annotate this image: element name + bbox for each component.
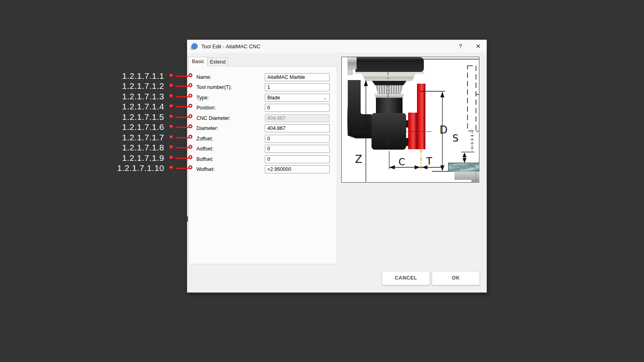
annotation-row-10: 1.2.1.7.1.10 [0, 163, 201, 174]
tool-number-input[interactable] [265, 83, 330, 91]
annotation-label: 1.2.1.7.1.10 [0, 163, 164, 173]
position-input[interactable] [265, 104, 330, 112]
annotation-label: 1.2.1.7.1.5 [0, 112, 164, 122]
help-button[interactable]: ? [455, 41, 466, 51]
type-select-value: Blade [267, 95, 280, 101]
form-row-type: Type: Blade ⌄ [189, 94, 337, 102]
tool-diagram: Z D C T [341, 57, 479, 183]
table-pedestal [471, 180, 479, 183]
cnc-diameter-label: CNC Diameter: [196, 115, 231, 121]
annotation-label: 1.2.1.7.1.6 [0, 122, 164, 132]
annotation-row-1: 1.2.1.7.1.1 [0, 71, 201, 82]
svg-text:S: S [452, 133, 458, 144]
blade-disc [417, 84, 425, 149]
blue-tick-mark [187, 216, 188, 222]
annotation-row-7: 1.2.1.7.1.7 [0, 133, 201, 143]
tool-edit-dialog: Tool Edit - AitalMAC CNC ? ✕ Basic Exten… [187, 39, 487, 293]
annotation-row-8: 1.2.1.7.1.8 [0, 143, 201, 153]
position-label: Position: [196, 105, 216, 111]
aoffset-label: Aoffset: [196, 146, 213, 152]
annotation-square-marker [169, 135, 173, 138]
svg-text:D: D [440, 124, 448, 136]
zoffset-input[interactable] [265, 135, 330, 143]
blade-flange [408, 113, 417, 149]
basic-tab-panel: Name: Tool number(T): Type: Blade ⌄ Posi… [188, 66, 337, 264]
form-row-woffset: Woffset: [189, 165, 337, 173]
ok-button[interactable]: OK [432, 271, 480, 285]
form-row-name: Name: [189, 73, 337, 81]
form-row-cnc-diameter: CNC Diameter: [189, 114, 337, 122]
screenshot-root: Tool Edit - AitalMAC CNC ? ✕ Basic Exten… [0, 0, 644, 362]
annotation-label: 1.2.1.7.1.9 [0, 153, 164, 163]
annotation-square-marker [169, 166, 173, 169]
form-row-diameter: Diameter: [189, 124, 337, 132]
chevron-down-icon: ⌄ [323, 94, 327, 101]
name-input[interactable] [265, 73, 330, 81]
annotation-square-marker [169, 115, 173, 118]
annotation-label: 1.2.1.7.1.1 [0, 71, 164, 81]
boffset-input[interactable] [265, 155, 330, 163]
diameter-input[interactable] [265, 124, 330, 132]
annotation-row-4: 1.2.1.7.1.4 [0, 102, 201, 112]
annotation-square-marker [169, 125, 173, 128]
type-select[interactable]: Blade ⌄ [265, 94, 330, 102]
form-row-boffset: Boffset: [189, 155, 337, 163]
annotation-label: 1.2.1.7.1.2 [0, 81, 164, 91]
dialog-titlebar[interactable]: Tool Edit - AitalMAC CNC [187, 40, 487, 53]
annotation-row-5: 1.2.1.7.1.5 [0, 112, 201, 123]
annotation-square-marker [169, 94, 173, 97]
annotation-square-marker [169, 84, 173, 87]
form-row-aoffset: Aoffset: [189, 145, 337, 153]
annotation-label: 1.2.1.7.1.7 [0, 133, 164, 142]
woffset-input[interactable] [265, 165, 330, 173]
diameter-label: Diameter: [196, 125, 218, 131]
annotation-square-marker [169, 145, 173, 148]
marble-slab [448, 163, 479, 171]
annotation-square-marker [169, 104, 173, 107]
tool-number-label: Tool number(T): [196, 84, 232, 90]
woffset-label: Woffset: [196, 167, 215, 172]
form-row-tool-number: Tool number(T): [189, 83, 337, 91]
boffset-label: Boffset: [196, 156, 213, 162]
svg-text:C: C [398, 156, 405, 168]
svg-text:Z: Z [355, 153, 362, 165]
aoffset-input[interactable] [265, 145, 330, 153]
annotation-square-marker [169, 156, 173, 159]
annotation-square-marker [169, 74, 173, 77]
zoffset-label: Zoffset: [196, 136, 213, 142]
tab-basic[interactable]: Basic [188, 57, 208, 66]
dialog-title: Tool Edit - AitalMAC CNC [201, 43, 260, 49]
form-row-zoffset: Zoffset: [189, 135, 337, 143]
name-label: Name: [196, 74, 211, 80]
close-button[interactable]: ✕ [473, 41, 483, 51]
annotation-label: 1.2.1.7.1.8 [0, 143, 164, 152]
annotation-row-3: 1.2.1.7.1.3 [0, 92, 201, 102]
annotation-label: 1.2.1.7.1.4 [0, 102, 164, 111]
cancel-button[interactable]: CANCEL [382, 271, 430, 285]
type-label: Type: [196, 95, 209, 101]
annotation-row-2: 1.2.1.7.1.2 [0, 81, 201, 92]
form-row-position: Position: [189, 104, 337, 112]
annotation-row-9: 1.2.1.7.1.9 [0, 153, 201, 164]
table-support [454, 171, 479, 180]
annotation-row-6: 1.2.1.7.1.6 [0, 122, 201, 133]
tab-extend[interactable]: Extend [208, 58, 228, 66]
cnc-diameter-input [265, 114, 330, 122]
svg-text:T: T [426, 156, 432, 167]
annotation-label: 1.2.1.7.1.3 [0, 92, 164, 101]
globe-app-icon [191, 43, 198, 50]
